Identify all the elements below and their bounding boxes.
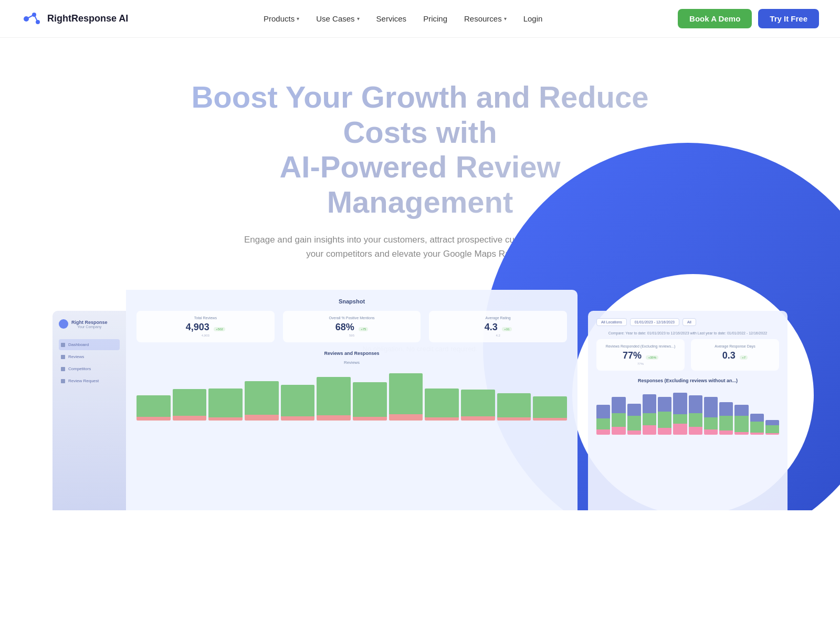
chevron-down-icon: ▾ [504,16,507,22]
bar-group [136,395,171,421]
bar-blue [765,420,779,425]
sidebar-item-reviews[interactable]: Reviews [59,351,120,362]
bar-pink [533,418,567,421]
bar-pink [136,417,171,421]
bar-pink [173,416,207,421]
try-free-button[interactable]: Try It Free [758,9,819,28]
bar-blue [704,397,718,417]
dashboard-right-panel: All Locations 01/01/2023 - 12/16/2023 Al… [588,311,788,510]
bar-blue [673,393,687,414]
logo-link[interactable]: RightResponse AI [21,8,128,29]
dashboard-sidebar: Right Response Your Company Dashboard Re… [52,311,126,510]
bar-green2 [765,425,779,433]
bar-group [245,381,279,421]
compare-label: Compare: Year to date: 01/01/2023 to 12/… [596,331,779,335]
nav-services[interactable]: Services [376,14,407,23]
bar-green [497,393,531,417]
bar-green [389,373,423,414]
stat-responded: Reviews Responded (Excluding reviews...)… [596,339,685,371]
bar-green [317,377,351,415]
nav-resources[interactable]: Resources ▾ [464,14,507,23]
nav-products[interactable]: Products ▾ [264,14,299,23]
bar-pink2 [750,433,764,435]
bar-green2 [612,413,625,427]
book-demo-button[interactable]: Book A Demo [678,9,752,28]
bar-green [281,385,315,416]
bar-pink [497,417,531,421]
nav-use-cases[interactable]: Use Cases ▾ [316,14,359,23]
bar-green [425,388,459,417]
bar-col [627,404,641,435]
bar-green [461,390,495,416]
stat-badge-positive: +75 [359,327,368,331]
bar-blue [627,404,641,416]
nav-pricing[interactable]: Pricing [423,14,447,23]
nav-actions: Book A Demo Try It Free [678,9,819,28]
bar-green2 [704,417,718,429]
bar-col [719,402,733,435]
dashboard-preview: Right Response Your Company Dashboard Re… [0,274,840,510]
bar-pink [245,415,279,421]
bar-green [353,382,387,417]
stat-total-reviews: Total Reviews 4,903 +502 4,903 [136,311,275,342]
main-bar-chart [136,368,567,421]
bar-pink2 [612,427,625,435]
filter-all[interactable]: All [682,318,696,326]
logo-text: RightResponse AI [47,13,128,24]
bar-blue [689,395,702,413]
bar-pink2 [704,429,718,435]
bar-col [765,420,779,435]
bar-pink [461,416,495,421]
bar-group [497,393,531,421]
filter-date-range[interactable]: 01/01/2023 - 12/16/2023 [630,318,679,326]
bar-pink [281,416,315,421]
sidebar-item-competitors[interactable]: Competitors [59,363,120,374]
filter-row: All Locations 01/01/2023 - 12/16/2023 Al… [596,318,779,326]
bar-pink2 [734,432,748,435]
bar-green2 [643,413,656,425]
bar-green2 [627,416,641,430]
bar-green2 [689,413,702,427]
bar-col [643,394,656,435]
bar-group [353,382,387,421]
bar-green [245,381,279,415]
bar-blue [612,397,625,413]
chevron-down-icon: ▾ [297,16,299,22]
bar-pink2 [658,428,671,435]
right-stats-row: Reviews Responded (Excluding reviews...)… [596,339,779,371]
sidebar-item-dashboard[interactable]: Dashboard [59,339,120,350]
bar-pink [425,417,459,421]
main-stats-row: Total Reviews 4,903 +502 4,903 Overall %… [136,311,567,342]
logo-icon [21,8,42,29]
bar-col [750,414,764,435]
bar-pink2 [596,429,610,435]
chart-subtitle: Reviews [136,360,567,365]
bar-green2 [734,416,748,432]
chevron-down-icon: ▾ [357,16,360,22]
filter-locations[interactable]: All Locations [596,318,627,326]
dashboard-icon [61,343,65,347]
nav-links: Products ▾ Use Cases ▾ Services Pricing … [264,14,542,23]
bar-pink2 [719,430,733,435]
hero-section: Boost Your Growth and Reduce Costs with … [0,38,840,510]
stat-badge-responded: +35% [646,355,658,360]
bar-col [612,397,625,435]
stat-badge-reviews: +502 [214,327,225,331]
bar-group [533,396,567,421]
stat-positive-mentions: Overall % Positive Mentions 68% +75 595 [283,311,421,342]
bar-col [658,397,671,435]
bar-group [389,373,423,421]
nav-login[interactable]: Login [523,14,543,23]
bar-group [317,377,351,421]
bar-pink2 [765,433,779,435]
sidebar-logo-row: Right Response Your Company [59,319,120,329]
bar-green2 [719,416,733,430]
bar-blue [719,402,733,416]
stat-badge-rating: +31 [502,327,511,331]
bar-blue [658,397,671,412]
bar-group [208,388,243,421]
navbar: RightResponse AI Products ▾ Use Cases ▾ … [0,0,840,38]
stat-response-days: Average Response Days 0.3 +7 [691,339,779,371]
sidebar-brand: Right Response Your Company [71,320,108,329]
sidebar-item-review-request[interactable]: Review Request [59,375,120,386]
